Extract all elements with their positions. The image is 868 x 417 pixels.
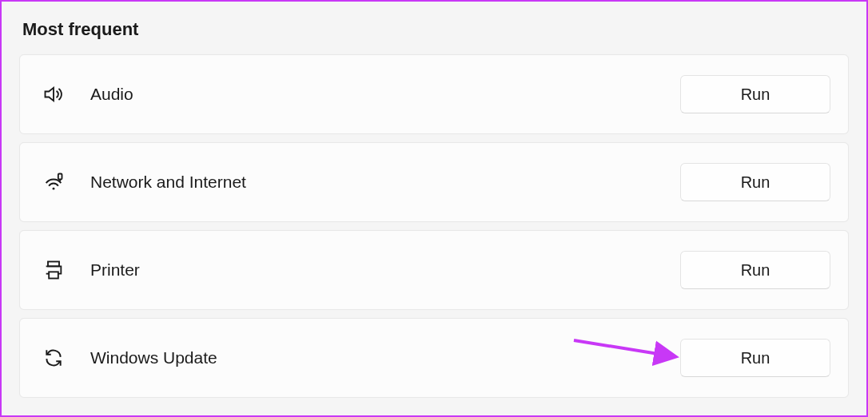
svg-point-0 (53, 188, 55, 190)
run-button[interactable]: Run (680, 163, 830, 201)
troubleshooter-label: Windows Update (90, 348, 680, 367)
svg-rect-1 (58, 174, 62, 180)
troubleshooter-label: Audio (90, 85, 680, 104)
troubleshooters-panel: Most frequent Audio Run (0, 0, 868, 417)
svg-rect-4 (49, 272, 58, 278)
troubleshooter-label: Network and Internet (90, 173, 680, 192)
troubleshooter-list: Audio Run Network and Internet Run (19, 54, 849, 398)
troubleshooter-item-printer[interactable]: Printer Run (19, 230, 849, 310)
run-button[interactable]: Run (680, 251, 830, 289)
audio-icon (42, 83, 65, 105)
section-title: Most frequent (22, 19, 849, 40)
run-button[interactable]: Run (680, 75, 830, 113)
troubleshooter-item-network[interactable]: Network and Internet Run (19, 142, 849, 222)
troubleshooter-item-windows-update[interactable]: Windows Update Run (19, 318, 849, 398)
troubleshooter-label: Printer (90, 260, 680, 280)
network-icon (42, 171, 65, 193)
troubleshooter-item-audio[interactable]: Audio Run (19, 54, 849, 134)
update-icon (42, 347, 65, 369)
run-button[interactable]: Run (680, 339, 830, 377)
printer-icon (42, 259, 65, 281)
